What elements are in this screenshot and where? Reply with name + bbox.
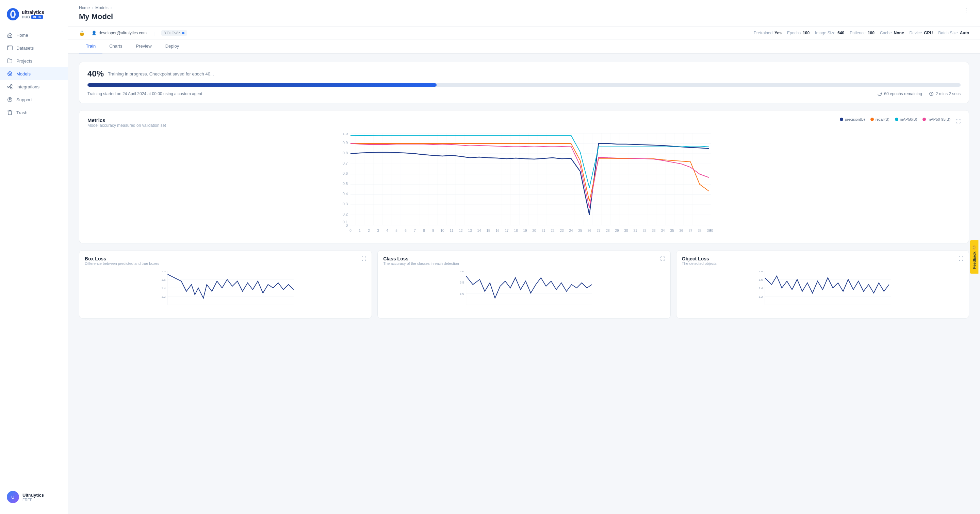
svg-point-8 (11, 87, 12, 89)
main-content: Home › Models › My Model ⋮ 🔒 👤 developer… (68, 0, 980, 514)
object-loss-line (765, 276, 889, 293)
cache-value: None (894, 30, 904, 35)
training-header: 40% Training in progress. Checkpoint sav… (88, 69, 961, 79)
class-loss-line (466, 276, 592, 298)
projects-icon (7, 58, 13, 64)
sidebar-item-home-label: Home (16, 33, 28, 38)
object-loss-expand-button[interactable]: ⛶ (959, 256, 963, 262)
svg-text:0.5: 0.5 (343, 181, 348, 186)
legend-label-recall: recall(B) (875, 117, 889, 121)
svg-text:36: 36 (679, 229, 683, 233)
tab-deploy[interactable]: Deploy (159, 40, 186, 53)
user-plan: FREE (22, 498, 44, 502)
training-progress-card: 40% Training in progress. Checkpoint sav… (79, 62, 969, 103)
more-options-button[interactable]: ⋮ (963, 7, 969, 14)
sidebar-item-trash[interactable]: Trash (0, 106, 68, 119)
logo-title: ultralytics (22, 10, 44, 15)
metrics-expand-button[interactable]: ⛶ (956, 119, 961, 124)
integrations-icon (7, 84, 13, 90)
svg-text:21: 21 (541, 229, 546, 233)
breadcrumb-models[interactable]: Models (95, 5, 108, 10)
home-icon (7, 32, 13, 38)
sidebar-item-support-label: Support (16, 97, 32, 102)
image-size-meta: Image Size 640 (815, 30, 844, 35)
patience-label: Patience (850, 30, 865, 35)
sidebar-item-datasets[interactable]: Datasets (0, 41, 68, 54)
tab-charts[interactable]: Charts (102, 40, 129, 53)
svg-rect-3 (8, 46, 12, 50)
svg-text:19: 19 (523, 229, 527, 233)
svg-text:15: 15 (486, 229, 490, 233)
svg-text:10: 10 (440, 229, 444, 233)
model-info-bar: 🔒 👤 developer@ultralytics.com | YOLOv8n … (68, 27, 980, 40)
sidebar-item-projects[interactable]: Projects (0, 54, 68, 67)
legend-recall: recall(B) (870, 117, 889, 121)
epochs-remaining-stat: 60 epochs remaining (877, 92, 922, 96)
svg-text:7: 7 (414, 229, 416, 233)
svg-text:18: 18 (514, 229, 518, 233)
content-area: 40% Training in progress. Checkpoint sav… (68, 54, 980, 514)
feedback-icon: 😊 (972, 245, 977, 250)
chart-legend: precision(B) recall(B) mAP50(B) mAP (840, 117, 950, 121)
breadcrumb-home[interactable]: Home (79, 5, 90, 10)
svg-text:0.9: 0.9 (343, 141, 348, 145)
box-loss-header: Box Loss Difference between predicted an… (85, 256, 366, 270)
image-size-label: Image Size (815, 30, 835, 35)
svg-text:20: 20 (532, 229, 536, 233)
legend-dot-map50-95 (923, 117, 926, 121)
box-loss-expand-button[interactable]: ⛶ (361, 256, 366, 262)
sidebar-item-integrations[interactable]: Integrations (0, 80, 68, 93)
training-percent: 40% (88, 69, 104, 79)
sidebar-item-models[interactable]: Models (0, 67, 68, 80)
svg-text:24: 24 (569, 229, 573, 233)
svg-text:1.4: 1.4 (759, 287, 763, 290)
progress-bar-background (88, 83, 961, 87)
user-info: Ultralytics FREE (22, 493, 44, 502)
svg-text:1.2: 1.2 (759, 295, 763, 298)
model-user: 👤 developer@ultralytics.com (92, 30, 147, 35)
svg-point-2 (11, 12, 14, 17)
svg-text:4.0: 4.0 (460, 271, 464, 273)
class-loss-header: Class Loss The accuracy of the classes i… (383, 256, 665, 270)
training-started-text: Training started on 24 April 2024 at 00:… (88, 92, 202, 96)
legend-label-map50-95: mAP50-95(B) (928, 117, 950, 121)
svg-text:14: 14 (477, 229, 481, 233)
svg-text:13: 13 (468, 229, 472, 233)
svg-text:1.2: 1.2 (161, 295, 166, 298)
svg-text:40: 40 (709, 229, 713, 233)
metrics-chart-svg: 1.0 0.9 0.8 0.7 0.6 0.5 0.4 0.3 0.2 0.1 … (88, 133, 961, 235)
svg-text:2: 2 (368, 229, 370, 233)
models-icon (7, 71, 13, 77)
clock-icon (929, 92, 934, 96)
tab-train[interactable]: Train (79, 40, 102, 53)
legend-label-precision: precision(B) (845, 117, 865, 121)
legend-map50-95: mAP50-95(B) (923, 117, 950, 121)
sidebar-item-home[interactable]: Home (0, 29, 68, 41)
progress-bar-fill (88, 83, 437, 87)
cache-meta: Cache None (880, 30, 904, 35)
svg-text:3: 3 (377, 229, 379, 233)
logo: ultralytics HUB BETA (0, 5, 68, 29)
tab-preview[interactable]: Preview (129, 40, 158, 53)
svg-text:31: 31 (633, 229, 637, 233)
svg-text:1.6: 1.6 (759, 278, 763, 281)
epochs-meta: Epochs 100 (787, 30, 810, 35)
svg-text:3.0: 3.0 (460, 292, 464, 295)
metrics-header-right: precision(B) recall(B) mAP50(B) mAP (840, 117, 961, 125)
svg-text:3.5: 3.5 (460, 281, 464, 284)
feedback-tab[interactable]: Feedback 😊 (970, 240, 978, 274)
svg-point-6 (8, 86, 9, 88)
metrics-header: Metrics Model accuracy measured on valid… (88, 117, 961, 132)
class-loss-chart-svg: 4.0 3.5 3.0 (383, 271, 665, 312)
batch-size-label: Batch Size (938, 30, 958, 35)
svg-text:32: 32 (643, 229, 646, 233)
breadcrumb-sep-1: › (92, 5, 93, 10)
sidebar-item-support[interactable]: Support (0, 93, 68, 106)
svg-text:30: 30 (624, 229, 628, 233)
svg-text:28: 28 (606, 229, 610, 233)
svg-text:25: 25 (578, 229, 582, 233)
support-icon (7, 97, 13, 103)
patience-meta: Patience 100 (850, 30, 875, 35)
metrics-subtitle: Model accuracy measured on validation se… (88, 123, 166, 128)
class-loss-expand-button[interactable]: ⛶ (660, 256, 665, 262)
